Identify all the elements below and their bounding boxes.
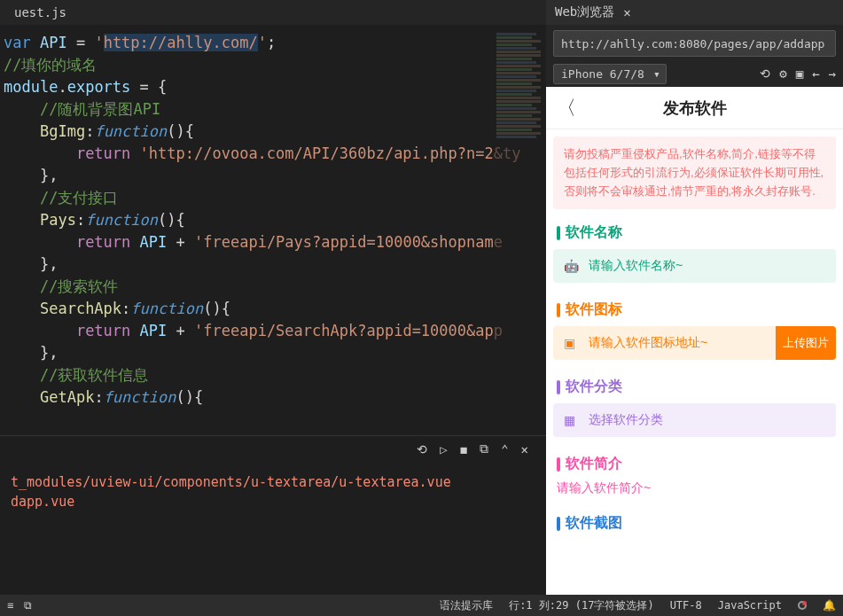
editor-tab[interactable]: uest.js: [0, 2, 81, 23]
debug-close-icon[interactable]: ✕: [521, 442, 528, 456]
code-line: SearchApk:function(){: [4, 298, 546, 320]
mobile-preview: 〈 发布软件 请勿投稿严重侵权产品,软件名称,简介,链接等不得包括任何形式的引流…: [546, 87, 843, 595]
code-line: Pays:function(){: [4, 209, 546, 231]
url-bar[interactable]: http://ahlly.com:8080/pages/app/addapp: [553, 30, 836, 57]
debug-screenshot-icon[interactable]: ⧉: [480, 441, 488, 456]
code-line: return 'http://ovooa.com/API/360bz/api.p…: [4, 143, 546, 165]
terminal-icon[interactable]: ⧉: [24, 599, 32, 612]
code-line: module.exports = {: [4, 76, 546, 98]
placeholder: 请输入软件名称~: [589, 258, 683, 274]
browser-tab-bar: Web浏览器 ✕: [546, 0, 843, 25]
section-title-screenshot: 软件截图: [546, 507, 843, 536]
code-line: //获取软件信息: [4, 364, 546, 386]
status-icon[interactable]: ≡: [7, 599, 13, 612]
code-line: return API + 'freeapi/SearchApk?appid=10…: [4, 320, 546, 342]
minimap[interactable]: [493, 32, 546, 386]
code-line: //填你的域名: [4, 54, 546, 76]
debug-collapse-icon[interactable]: ⌃: [501, 442, 508, 456]
input-software-icon[interactable]: ▣ 请输入软件图标地址~ 上传图片: [553, 326, 836, 360]
console-line: dapp.vue: [11, 492, 535, 511]
upload-button[interactable]: 上传图片: [776, 326, 836, 360]
status-syntax[interactable]: 语法提示库: [440, 598, 493, 613]
code-line: //随机背景图API: [4, 98, 546, 121]
section-title-desc: 软件简介: [546, 448, 843, 477]
debug-stop-icon[interactable]: ◼: [460, 442, 467, 456]
status-position[interactable]: 行:1 列:29 (17字符被选择): [509, 598, 653, 613]
grid-icon: ▦: [564, 413, 582, 427]
rotate-icon[interactable]: ⟲: [760, 66, 770, 81]
code-line: },: [4, 253, 546, 276]
preview-header: 〈 发布软件: [546, 87, 843, 129]
placeholder: 选择软件分类: [589, 412, 663, 428]
placeholder: 请输入软件图标地址~: [589, 335, 707, 351]
debug-play-icon[interactable]: ▷: [440, 442, 447, 456]
section-title-category: 软件分类: [546, 370, 843, 400]
input-software-name[interactable]: 🤖 请输入软件名称~: [553, 249, 836, 283]
console-panel[interactable]: t_modules/uview-ui/components/u-textarea…: [0, 462, 546, 595]
code-line: //搜索软件: [4, 276, 546, 298]
code-line: },: [4, 165, 546, 187]
code-line: GetApk:function(){: [4, 386, 546, 409]
image-icon: ▣: [564, 336, 582, 350]
code-line: },: [4, 342, 546, 364]
code-line: //支付接口: [4, 187, 546, 209]
device-toolbar: iPhone 6/7/8 ⟲ ⚙ ▣ ← →: [546, 60, 843, 87]
code-editor[interactable]: var API = 'http://ahlly.com/';//填你的域名mod…: [0, 25, 546, 435]
status-encoding[interactable]: UTF-8: [670, 599, 702, 612]
page-title: 发布软件: [663, 97, 727, 119]
code-line: return API + 'freeapi/Pays?appid=10000&s…: [4, 231, 546, 253]
browser-tab-title[interactable]: Web浏览器: [555, 4, 614, 20]
android-icon: 🤖: [564, 259, 582, 273]
close-icon[interactable]: ✕: [623, 5, 630, 19]
settings-icon[interactable]: ⚙: [779, 66, 786, 81]
debug-toolbar: ⟲ ▷ ◼ ⧉ ⌃ ✕: [0, 435, 546, 462]
editor-tab-bar: uest.js: [0, 0, 546, 25]
forward-icon[interactable]: →: [829, 66, 836, 81]
browser-pane: Web浏览器 ✕ http://ahlly.com:8080/pages/app…: [546, 0, 843, 595]
console-line: t_modules/uview-ui/components/u-textarea…: [11, 472, 535, 492]
notice-banner: 请勿投稿严重侵权产品,软件名称,简介,链接等不得包括任何形式的引流行为,必须保证…: [553, 136, 836, 209]
editor-pane: uest.js var API = 'http://ahlly.com/';//…: [0, 0, 546, 595]
status-language[interactable]: JavaScript: [718, 599, 782, 612]
sync-icon[interactable]: [798, 601, 807, 610]
screenshot-icon[interactable]: ▣: [796, 66, 803, 81]
code-line: BgImg:function(){: [4, 121, 546, 143]
back-icon[interactable]: ←: [812, 66, 819, 81]
device-select[interactable]: iPhone 6/7/8: [553, 64, 667, 84]
debug-restart-icon[interactable]: ⟲: [417, 442, 427, 456]
select-category[interactable]: ▦ 选择软件分类: [553, 403, 836, 437]
back-chevron-icon[interactable]: 〈: [557, 95, 576, 121]
status-bar: ≡ ⧉ 语法提示库 行:1 列:29 (17字符被选择) UTF-8 JavaS…: [0, 595, 843, 616]
bell-icon[interactable]: 🔔: [823, 599, 836, 612]
section-title-icon: 软件图标: [546, 293, 843, 323]
code-line: var API = 'http://ahlly.com/';: [4, 32, 546, 54]
placeholder: 请输入软件简介~: [557, 480, 651, 495]
section-title-name: 软件名称: [546, 216, 843, 246]
textarea-desc[interactable]: 请输入软件简介~: [557, 480, 832, 496]
